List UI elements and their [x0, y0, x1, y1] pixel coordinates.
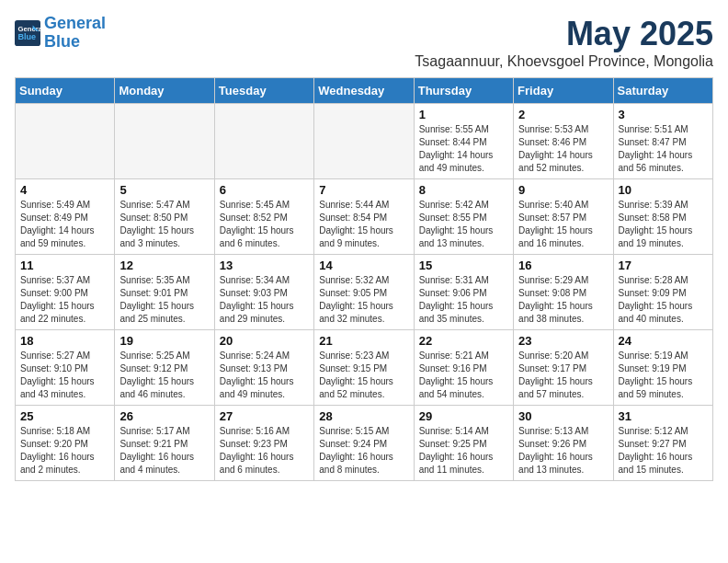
- day-number: 18: [20, 334, 109, 348]
- day-detail: Sunrise: 5:27 AMSunset: 9:10 PMDaylight:…: [20, 350, 109, 401]
- day-detail: Sunrise: 5:55 AMSunset: 8:44 PMDaylight:…: [419, 123, 508, 175]
- calendar-day: 29Sunrise: 5:14 AMSunset: 9:25 PMDayligh…: [414, 406, 513, 481]
- day-detail: Sunrise: 5:12 AMSunset: 9:27 PMDaylight:…: [619, 425, 708, 477]
- calendar-day: 2Sunrise: 5:53 AMSunset: 8:46 PMDaylight…: [514, 104, 613, 179]
- day-number: 3: [619, 108, 708, 121]
- logo-icon: General Blue: [15, 20, 40, 46]
- day-number: 31: [619, 409, 708, 423]
- day-number: 6: [220, 183, 309, 197]
- calendar-day: 21Sunrise: 5:23 AMSunset: 9:15 PMDayligh…: [314, 330, 414, 406]
- day-number: 30: [518, 409, 608, 423]
- calendar-week-4: 18Sunrise: 5:27 AMSunset: 9:10 PMDayligh…: [16, 330, 713, 406]
- calendar-week-1: 1Sunrise: 5:55 AMSunset: 8:44 PMDaylight…: [16, 104, 713, 179]
- day-detail: Sunrise: 5:23 AMSunset: 9:15 PMDaylight:…: [319, 350, 408, 401]
- calendar-day: 22Sunrise: 5:21 AMSunset: 9:16 PMDayligh…: [414, 330, 513, 406]
- calendar-day: 11Sunrise: 5:37 AMSunset: 9:00 PMDayligh…: [16, 255, 115, 330]
- calendar-day: 31Sunrise: 5:12 AMSunset: 9:27 PMDayligh…: [613, 406, 712, 481]
- calendar-day: 20Sunrise: 5:24 AMSunset: 9:13 PMDayligh…: [214, 330, 313, 406]
- calendar-day: 3Sunrise: 5:51 AMSunset: 8:47 PMDaylight…: [613, 104, 712, 179]
- calendar-day: 4Sunrise: 5:49 AMSunset: 8:49 PMDaylight…: [16, 179, 115, 255]
- calendar-day: 6Sunrise: 5:45 AMSunset: 8:52 PMDaylight…: [214, 179, 313, 255]
- day-detail: Sunrise: 5:29 AMSunset: 9:08 PMDaylight:…: [518, 274, 608, 326]
- calendar-week-2: 4Sunrise: 5:49 AMSunset: 8:49 PMDaylight…: [16, 179, 713, 255]
- day-number: 10: [619, 183, 708, 197]
- day-detail: Sunrise: 5:35 AMSunset: 9:01 PMDaylight:…: [119, 274, 209, 326]
- calendar-day: 25Sunrise: 5:18 AMSunset: 9:20 PMDayligh…: [16, 406, 115, 481]
- day-number: 17: [619, 259, 708, 272]
- day-detail: Sunrise: 5:45 AMSunset: 8:52 PMDaylight:…: [220, 199, 309, 250]
- calendar-day: 28Sunrise: 5:15 AMSunset: 9:24 PMDayligh…: [314, 406, 414, 481]
- calendar-week-5: 25Sunrise: 5:18 AMSunset: 9:20 PMDayligh…: [16, 406, 713, 481]
- day-number: 29: [419, 409, 508, 423]
- day-detail: Sunrise: 5:37 AMSunset: 9:00 PMDaylight:…: [20, 274, 109, 326]
- day-detail: Sunrise: 5:17 AMSunset: 9:21 PMDaylight:…: [119, 425, 209, 477]
- day-number: 4: [20, 183, 109, 197]
- day-number: 8: [419, 183, 508, 197]
- calendar-day: 9Sunrise: 5:40 AMSunset: 8:57 PMDaylight…: [514, 179, 613, 255]
- calendar-day: 7Sunrise: 5:44 AMSunset: 8:54 PMDaylight…: [314, 179, 414, 255]
- calendar-table: SundayMondayTuesdayWednesdayThursdayFrid…: [15, 77, 713, 481]
- weekday-header-saturday: Saturday: [613, 78, 712, 104]
- day-detail: Sunrise: 5:53 AMSunset: 8:46 PMDaylight:…: [518, 123, 608, 175]
- day-number: 5: [119, 183, 209, 197]
- calendar-day: [115, 104, 214, 179]
- calendar-day: 19Sunrise: 5:25 AMSunset: 9:12 PMDayligh…: [115, 330, 214, 406]
- weekday-header-sunday: Sunday: [16, 78, 115, 104]
- day-detail: Sunrise: 5:49 AMSunset: 8:49 PMDaylight:…: [20, 199, 109, 250]
- day-number: 19: [119, 334, 209, 348]
- calendar-day: [16, 104, 115, 179]
- calendar-week-3: 11Sunrise: 5:37 AMSunset: 9:00 PMDayligh…: [16, 255, 713, 330]
- calendar-day: 18Sunrise: 5:27 AMSunset: 9:10 PMDayligh…: [16, 330, 115, 406]
- calendar-day: 5Sunrise: 5:47 AMSunset: 8:50 PMDaylight…: [115, 179, 214, 255]
- day-number: 12: [119, 259, 209, 272]
- weekday-header-wednesday: Wednesday: [314, 78, 414, 104]
- day-number: 21: [319, 334, 408, 348]
- weekday-header-row: SundayMondayTuesdayWednesdayThursdayFrid…: [16, 78, 713, 104]
- weekday-header-thursday: Thursday: [414, 78, 513, 104]
- day-detail: Sunrise: 5:19 AMSunset: 9:19 PMDaylight:…: [619, 350, 708, 401]
- day-detail: Sunrise: 5:39 AMSunset: 8:58 PMDaylight:…: [619, 199, 708, 250]
- day-detail: Sunrise: 5:40 AMSunset: 8:57 PMDaylight:…: [518, 199, 608, 250]
- logo: General Blue GeneralBlue: [15, 15, 106, 52]
- day-number: 15: [419, 259, 508, 272]
- weekday-header-monday: Monday: [115, 78, 214, 104]
- calendar-day: 27Sunrise: 5:16 AMSunset: 9:23 PMDayligh…: [214, 406, 313, 481]
- day-number: 23: [518, 334, 608, 348]
- day-detail: Sunrise: 5:31 AMSunset: 9:06 PMDaylight:…: [419, 274, 508, 326]
- month-title: May 2025: [415, 15, 713, 53]
- day-detail: Sunrise: 5:21 AMSunset: 9:16 PMDaylight:…: [419, 350, 508, 401]
- day-number: 11: [20, 259, 109, 272]
- day-number: 25: [20, 409, 109, 423]
- day-number: 22: [419, 334, 508, 348]
- day-number: 1: [419, 108, 508, 121]
- day-detail: Sunrise: 5:13 AMSunset: 9:26 PMDaylight:…: [518, 425, 608, 477]
- svg-text:Blue: Blue: [18, 32, 37, 41]
- day-detail: Sunrise: 5:18 AMSunset: 9:20 PMDaylight:…: [20, 425, 109, 477]
- calendar-day: 17Sunrise: 5:28 AMSunset: 9:09 PMDayligh…: [613, 255, 712, 330]
- calendar-day: 1Sunrise: 5:55 AMSunset: 8:44 PMDaylight…: [414, 104, 513, 179]
- day-number: 2: [518, 108, 608, 121]
- day-number: 16: [518, 259, 608, 272]
- day-number: 13: [220, 259, 309, 272]
- day-number: 24: [619, 334, 708, 348]
- day-detail: Sunrise: 5:20 AMSunset: 9:17 PMDaylight:…: [518, 350, 608, 401]
- day-detail: Sunrise: 5:32 AMSunset: 9:05 PMDaylight:…: [319, 274, 408, 326]
- calendar-day: 12Sunrise: 5:35 AMSunset: 9:01 PMDayligh…: [115, 255, 214, 330]
- logo-text: GeneralBlue: [44, 15, 106, 52]
- calendar-day: 10Sunrise: 5:39 AMSunset: 8:58 PMDayligh…: [613, 179, 712, 255]
- calendar-day: 8Sunrise: 5:42 AMSunset: 8:55 PMDaylight…: [414, 179, 513, 255]
- calendar-day: 14Sunrise: 5:32 AMSunset: 9:05 PMDayligh…: [314, 255, 414, 330]
- weekday-header-friday: Friday: [514, 78, 613, 104]
- day-number: 26: [119, 409, 209, 423]
- calendar-day: 16Sunrise: 5:29 AMSunset: 9:08 PMDayligh…: [514, 255, 613, 330]
- weekday-header-tuesday: Tuesday: [214, 78, 313, 104]
- calendar-day: [214, 104, 313, 179]
- day-detail: Sunrise: 5:34 AMSunset: 9:03 PMDaylight:…: [220, 274, 309, 326]
- day-number: 9: [518, 183, 608, 197]
- calendar-day: 13Sunrise: 5:34 AMSunset: 9:03 PMDayligh…: [214, 255, 313, 330]
- page-header: General Blue GeneralBlue May 2025 Tsagaa…: [15, 15, 713, 70]
- day-detail: Sunrise: 5:44 AMSunset: 8:54 PMDaylight:…: [319, 199, 408, 250]
- day-detail: Sunrise: 5:47 AMSunset: 8:50 PMDaylight:…: [119, 199, 209, 250]
- day-detail: Sunrise: 5:24 AMSunset: 9:13 PMDaylight:…: [220, 350, 309, 401]
- location-subtitle: Tsagaannuur, Khoevsgoel Province, Mongol…: [415, 53, 713, 70]
